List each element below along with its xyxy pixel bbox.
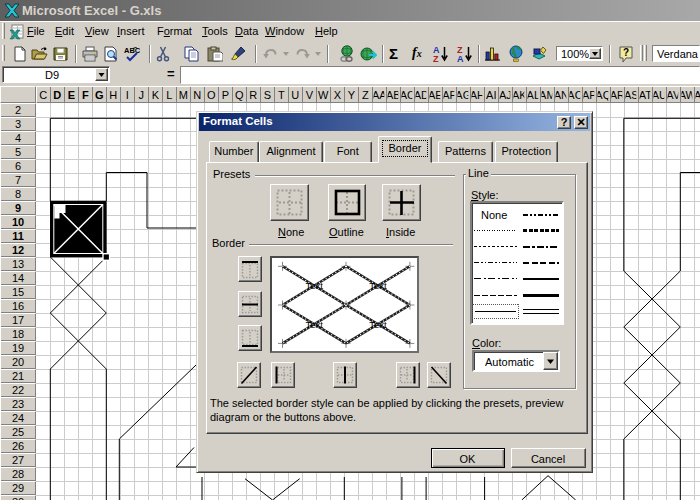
svg-text:I: I <box>126 89 129 101</box>
svg-text:7: 7 <box>15 174 21 186</box>
svg-text:Z: Z <box>362 89 369 101</box>
svg-text:L: L <box>166 89 172 101</box>
svg-text:Z: Z <box>433 54 439 63</box>
svg-text:18: 18 <box>12 328 24 340</box>
svg-text:Text: Text <box>305 318 323 329</box>
svg-text:23: 23 <box>12 398 24 410</box>
svg-text:A: A <box>457 54 464 63</box>
svg-text:E: E <box>68 89 75 101</box>
svg-text:6: 6 <box>15 160 21 172</box>
svg-text:AJ: AJ <box>499 89 512 101</box>
svg-text:8: 8 <box>15 188 21 200</box>
svg-text:10: 10 <box>12 216 24 228</box>
svg-text:4: 4 <box>15 132 21 144</box>
svg-text:T: T <box>278 89 285 101</box>
svg-text:11: 11 <box>12 230 24 242</box>
svg-text:25: 25 <box>12 426 24 438</box>
svg-text:Q: Q <box>235 89 244 101</box>
svg-text:14: 14 <box>12 272 24 284</box>
svg-text:13: 13 <box>12 258 24 270</box>
svg-text:S: S <box>264 89 271 101</box>
svg-text:29: 29 <box>12 482 24 494</box>
svg-text:16: 16 <box>12 300 24 312</box>
svg-text:W: W <box>318 89 329 101</box>
svg-text:12: 12 <box>12 244 24 256</box>
svg-text:9: 9 <box>15 202 21 214</box>
svg-text:M: M <box>179 89 188 101</box>
svg-text:24: 24 <box>12 412 24 424</box>
svg-text:21: 21 <box>12 370 24 382</box>
svg-text:Y: Y <box>348 89 356 101</box>
svg-text:AI: AI <box>486 89 496 101</box>
svg-text:R: R <box>249 89 257 101</box>
svg-text:27: 27 <box>12 454 24 466</box>
svg-text:22: 22 <box>12 384 24 396</box>
svg-text:5: 5 <box>15 146 21 158</box>
svg-text:O: O <box>207 89 216 101</box>
svg-text:26: 26 <box>12 440 24 452</box>
svg-text:AT: AT <box>639 89 653 101</box>
svg-text:?: ? <box>623 47 629 58</box>
svg-text:K: K <box>152 89 160 101</box>
svg-text:15: 15 <box>12 286 24 298</box>
svg-text:28: 28 <box>12 468 24 480</box>
svg-text:N: N <box>193 89 201 101</box>
svg-text:3: 3 <box>15 118 21 130</box>
svg-text:J: J <box>139 89 145 101</box>
svg-text:2: 2 <box>15 104 21 116</box>
svg-text:30: 30 <box>12 496 24 500</box>
svg-text:19: 19 <box>12 342 24 354</box>
svg-text:H: H <box>109 89 117 101</box>
svg-text:Text: Text <box>369 318 387 329</box>
svg-text:P: P <box>222 89 229 101</box>
svg-text:X: X <box>334 89 342 101</box>
svg-text:20: 20 <box>12 356 24 368</box>
svg-text:None: None <box>481 208 507 220</box>
svg-text:D: D <box>53 89 61 101</box>
svg-text:V: V <box>306 89 314 101</box>
svg-text:U: U <box>291 89 299 101</box>
svg-text:G: G <box>95 89 104 101</box>
svg-text:Text: Text <box>305 280 323 291</box>
svg-text:AL: AL <box>527 89 540 101</box>
svg-text:Text: Text <box>369 280 387 291</box>
svg-text:17: 17 <box>12 314 24 326</box>
svg-text:C: C <box>39 89 47 101</box>
svg-text:F: F <box>82 89 89 101</box>
